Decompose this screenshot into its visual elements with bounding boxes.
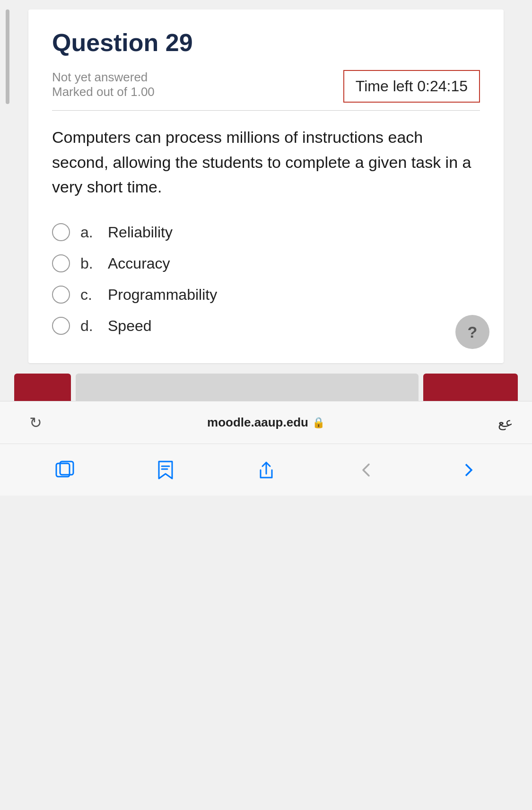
tabs-button[interactable] <box>46 451 84 489</box>
radio-d[interactable] <box>52 317 70 335</box>
url-text: moodle.aaup.edu <box>207 415 308 430</box>
not-answered-label: Not yet answered <box>52 70 155 85</box>
time-left-box: Time left 0:24:15 <box>343 70 480 103</box>
scroll-indicator <box>6 9 9 104</box>
help-button[interactable]: ? <box>455 315 489 349</box>
marked-out-label: Marked out of 1.00 <box>52 85 155 99</box>
option-a[interactable]: a. Reliability <box>52 223 480 241</box>
option-a-text: Reliability <box>108 224 173 241</box>
text-size-control[interactable]: عع <box>480 415 513 430</box>
meta-left: Not yet answered Marked out of 1.00 <box>52 70 155 99</box>
bookmarks-button[interactable] <box>147 451 184 489</box>
back-button[interactable] <box>348 451 386 489</box>
options-list: a. Reliability b. Accuracy c. Programmab… <box>52 223 480 335</box>
url-bar[interactable]: moodle.aaup.edu 🔒 <box>52 415 480 430</box>
next-button[interactable] <box>423 374 518 401</box>
option-b-text: Accuracy <box>108 255 170 272</box>
question-title: Question 29 <box>52 28 480 57</box>
question-meta: Not yet answered Marked out of 1.00 Time… <box>52 70 480 103</box>
question-card-wrapper: Question 29 Not yet answered Marked out … <box>14 9 518 363</box>
share-button[interactable] <box>247 451 285 489</box>
time-left-value: Time left 0:24:15 <box>356 78 468 95</box>
main-content: Question 29 Not yet answered Marked out … <box>0 0 532 810</box>
option-d-text: Speed <box>108 317 152 335</box>
option-b-letter: b. <box>80 255 97 272</box>
divider <box>52 110 480 111</box>
option-c-letter: c. <box>80 286 97 304</box>
option-c-text: Programmability <box>108 286 217 304</box>
option-c[interactable]: c. Programmability <box>52 286 480 304</box>
browser-bar: ↻ moodle.aaup.edu 🔒 عع <box>0 401 532 444</box>
radio-c[interactable] <box>52 286 70 304</box>
lock-icon: 🔒 <box>312 417 325 429</box>
reload-button[interactable]: ↻ <box>19 414 52 432</box>
forward-button[interactable] <box>449 451 487 489</box>
option-b[interactable]: b. Accuracy <box>52 254 480 272</box>
bottom-toolbar <box>0 444 532 496</box>
question-body: Computers can process millions of instru… <box>52 125 480 200</box>
nav-spacer <box>76 374 419 401</box>
nav-strip <box>0 363 532 401</box>
question-card: Question 29 Not yet answered Marked out … <box>28 9 504 363</box>
radio-a[interactable] <box>52 223 70 241</box>
radio-b[interactable] <box>52 254 70 272</box>
option-d-letter: d. <box>80 317 97 335</box>
prev-button[interactable] <box>14 374 71 401</box>
option-d[interactable]: d. Speed <box>52 317 480 335</box>
option-a-letter: a. <box>80 224 97 241</box>
